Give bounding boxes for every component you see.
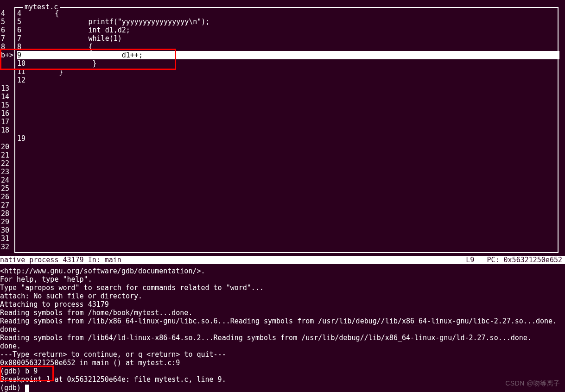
console-line: done. (0, 325, 565, 334)
status-left: native process 43179 In: main (0, 256, 121, 264)
console-line: Reading symbols from /home/book/mytest..… (0, 309, 565, 317)
line-number: 4 (1, 9, 15, 18)
code-line (17, 118, 559, 126)
inline-lineno: 7 (17, 34, 21, 43)
breakpoint-marker: b+> (1, 51, 13, 59)
cursor-icon (25, 385, 29, 392)
status-bar: native process 43179 In: main L9 PC: 0x5… (0, 256, 565, 264)
code-line: 8 { (17, 43, 559, 51)
console-line: 0x000056321250e652 in main () at mytest.… (0, 359, 565, 367)
source-window[interactable]: mytest.c 4 { 5 printf("yyyyyyyyyyyyyyyy\… (14, 7, 559, 253)
line-number: 24 (1, 176, 15, 184)
console-line: Reading symbols from /lib64/ld-linux-x86… (0, 334, 565, 342)
line-number: 28 (1, 209, 15, 218)
inline-lineno: 12 (17, 76, 25, 84)
inline-lineno: 9 (17, 51, 21, 59)
code-line: 4 { (17, 9, 559, 18)
line-number: 20 (1, 143, 15, 151)
code-line (17, 109, 559, 118)
inline-lineno: 19 (17, 134, 25, 143)
line-number (1, 68, 15, 76)
code-text: } (25, 68, 63, 76)
code-text: { (21, 43, 93, 51)
console-line: attach: No such file or directory. (0, 292, 565, 300)
line-number: 30 (1, 226, 15, 234)
line-number: 31 (1, 234, 15, 243)
prompt-text: (gdb) (0, 384, 25, 392)
line-number (1, 59, 15, 68)
code-line (17, 84, 559, 93)
code-text: int d1,d2; (21, 26, 130, 34)
code-line (17, 93, 559, 101)
code-line (17, 126, 559, 134)
code-text: printf("yyyyyyyyyyyyyyyy\n"); (21, 18, 209, 26)
code-line (17, 101, 559, 109)
status-right: L9 PC: 0x56321250e652 (466, 256, 562, 264)
line-number: 21 (1, 151, 15, 159)
line-number (1, 134, 15, 143)
code-line: 10 } (17, 59, 559, 68)
line-number: 27 (1, 201, 15, 209)
inline-lineno: 5 (17, 18, 21, 26)
gdb-prompt[interactable]: (gdb) (0, 384, 565, 392)
console-line: Type "apropos word" to search for comman… (0, 284, 565, 292)
console-line: done. (0, 342, 565, 350)
console-line: Attaching to process 43179 (0, 300, 565, 309)
inline-lineno: 11 (17, 68, 25, 76)
line-number: 13 (1, 84, 15, 93)
line-number: 15 (1, 101, 15, 109)
code-text: while(1) (21, 34, 122, 43)
code-text: d1++; (21, 51, 143, 59)
line-number: 8 (1, 43, 15, 51)
code-text: { (21, 9, 59, 18)
line-number: 29 (1, 218, 15, 226)
line-number: 18 (1, 126, 15, 134)
line-number: 23 (1, 168, 15, 176)
code-line: 7 while(1) (17, 34, 559, 43)
code-line: 6 int d1,d2; (17, 26, 559, 34)
console-line: Reading symbols from /lib/x86_64-linux-g… (0, 317, 565, 325)
line-number: 6 (1, 26, 15, 34)
line-number: 16 (1, 109, 15, 118)
line-number: 7 (1, 34, 15, 43)
line-number: 25 (1, 184, 15, 193)
gdb-command-line[interactable]: (gdb) b 9 (0, 367, 565, 375)
inline-lineno: 8 (17, 43, 21, 51)
code-line: 19 (17, 134, 559, 143)
code-text: } (25, 59, 97, 68)
inline-lineno: 10 (17, 59, 25, 68)
line-number: 14 (1, 93, 15, 101)
console-line: For help, type "help". (0, 275, 565, 284)
source-code[interactable]: 4 { 5 printf("yyyyyyyyyyyyyyyy\n"); 6 in… (17, 9, 559, 143)
code-line: 11 } (17, 68, 559, 76)
console-line: Breakpoint 1 at 0x56321250e64e: file myt… (0, 375, 565, 384)
inline-lineno: 4 (17, 9, 21, 18)
line-number: 5 (1, 18, 15, 26)
line-number: 26 (1, 193, 15, 201)
line-number: 22 (1, 159, 15, 168)
line-number: 32 (1, 243, 15, 251)
current-line: 9 d1++; (17, 51, 559, 59)
code-line: 12 (17, 76, 559, 84)
watermark: CSDN @吻等离子 (505, 379, 560, 387)
console-line: <http://www.gnu.org/software/gdb/documen… (0, 267, 565, 275)
code-line: 5 printf("yyyyyyyyyyyyyyyy\n"); (17, 18, 559, 26)
console-line: ---Type <return> to continue, or q <retu… (0, 350, 565, 359)
gdb-console[interactable]: <http://www.gnu.org/software/gdb/documen… (0, 267, 565, 392)
inline-lineno: 6 (17, 26, 21, 34)
line-number: 17 (1, 118, 15, 126)
line-number (1, 76, 15, 84)
